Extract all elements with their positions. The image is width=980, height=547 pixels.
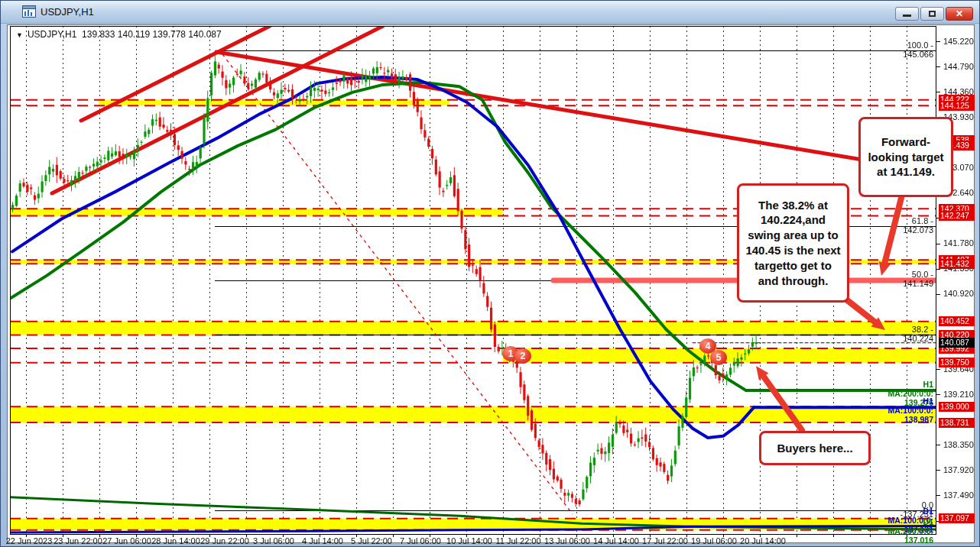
fib-level-label: 61.8 - 142.073 <box>888 216 933 235</box>
x-axis-label[interactable]: 19 Jul 06:00 <box>691 536 737 545</box>
x-axis-label[interactable]: 10 Jul 14:00 <box>446 536 492 545</box>
fib-level-label: 38.2 - 140.224 <box>888 325 933 343</box>
y-axis-tick[interactable]: 139.210 <box>943 390 974 399</box>
x-axis-label[interactable]: 22 Jun 2023 <box>6 536 53 545</box>
fib-level-label: 100.0 - 145.066 <box>888 40 933 59</box>
marker-circle-5[interactable]: 5 <box>710 350 727 365</box>
ma-value-label: D1 MA:200:0:0: 137.016 <box>888 517 933 545</box>
x-axis-label[interactable]: 5 Jul 22:00 <box>351 536 392 545</box>
ma-value-label: H1 MA:100:0:0: 138.987 <box>888 396 933 424</box>
marker-circle-2[interactable]: 2 <box>514 348 531 364</box>
x-axis-label[interactable]: 14 Jul 14:00 <box>593 536 639 545</box>
mt4-window: USDJPY,H1 ✕ ▼USDJPY,H1 139.833 140.119 1… <box>0 0 980 547</box>
price-level-label: 144.125 <box>939 101 975 111</box>
symbol-dropdown-icon[interactable]: ▼ <box>16 31 23 39</box>
price-level-label: 141.432 <box>939 259 975 269</box>
x-axis-label[interactable]: 23 Jun 22:00 <box>54 536 102 545</box>
ohlc-values: 139.833 140.119 139.778 140.087 <box>82 29 222 40</box>
y-axis-tick[interactable]: 138.350 <box>943 440 974 449</box>
y-axis-tick[interactable]: 141.780 <box>943 238 974 248</box>
x-axis-label[interactable]: 4 Jul 14:00 <box>302 536 343 545</box>
x-axis-label[interactable]: 3 Jul 06:00 <box>253 536 294 545</box>
price-level-label: 140.452 <box>939 316 975 326</box>
price-level-label: 139.750 <box>939 358 975 367</box>
y-axis-tick[interactable]: 140.920 <box>943 289 974 298</box>
x-axis-label[interactable]: 20 Jul 14:00 <box>740 536 786 545</box>
price-level-label: 142.247 <box>939 211 975 221</box>
fib-level-label: 50.0 - 141.149 <box>888 270 933 288</box>
x-axis-label[interactable]: 28 Jun 14:00 <box>151 536 200 545</box>
price-level-label: 137.097 <box>939 513 975 523</box>
current-price-label: 140.087 <box>939 338 975 348</box>
x-axis-label[interactable]: 29 Jun 22:00 <box>200 536 249 545</box>
x-axis-label[interactable]: 7 Jul 06:00 <box>400 536 441 545</box>
price-level-label: 139.000 <box>939 402 975 412</box>
y-axis-tick[interactable]: 144.790 <box>943 62 974 71</box>
x-axis-label[interactable]: 13 Jul 06:00 <box>544 536 590 545</box>
note-fib-target[interactable]: The 38.2% at 140.224,and swing area up t… <box>737 183 849 303</box>
note-buyers[interactable]: Buyers here... <box>759 431 871 465</box>
note-forward-target[interactable]: Forward-looking target at 141.149. <box>858 117 953 197</box>
symbol-period-label: USDJPY,H1 <box>28 29 76 40</box>
y-axis-tick[interactable]: 137.490 <box>943 490 974 500</box>
x-axis-label[interactable]: 27 Jun 06:00 <box>102 536 151 545</box>
price-level-label: 138.731 <box>939 418 975 428</box>
x-axis-label[interactable]: 17 Jul 22:00 <box>642 536 688 545</box>
chart-header: ▼USDJPY,H1 139.833 140.119 139.778 140.0… <box>16 29 222 40</box>
x-axis-label[interactable]: 11 Jul 22:00 <box>495 536 540 545</box>
y-axis-tick[interactable]: 137.920 <box>943 465 974 474</box>
y-axis-tick[interactable]: 145.220 <box>943 37 974 46</box>
